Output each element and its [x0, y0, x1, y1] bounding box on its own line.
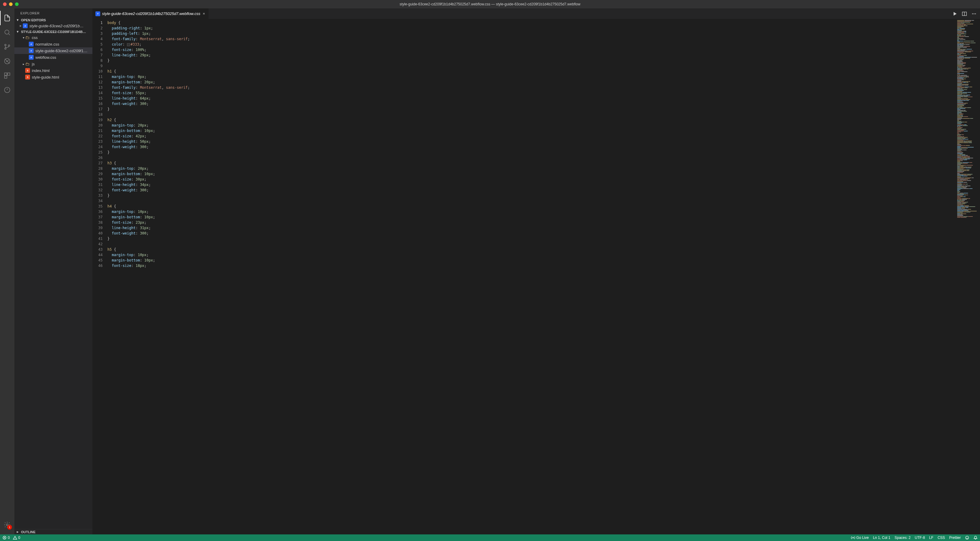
tree-file-webflow[interactable]: # webflow.css	[14, 54, 92, 60]
settings-badge: 1	[7, 525, 12, 530]
tab-bar: # style-guide-63cee2-cd209f1b1d4b275025d…	[92, 8, 980, 19]
error-icon	[2, 536, 6, 540]
status-prettier[interactable]: Prettier	[949, 536, 961, 540]
status-go-live[interactable]: Go Live	[851, 536, 869, 540]
more-icon[interactable]	[972, 11, 977, 16]
tab-label: style-guide-63cee2-cd209f1b1d4b275025d7.…	[102, 11, 200, 16]
open-editor-item[interactable]: × # style-guide-63cee2-cd209f1b…	[14, 22, 92, 29]
status-feedback[interactable]	[965, 536, 969, 540]
minimap[interactable]	[956, 19, 980, 535]
status-warnings[interactable]: 0	[13, 536, 21, 540]
sidebar-title: EXPLORER	[14, 8, 92, 17]
tree-file-normalize[interactable]: # normalize.css	[14, 41, 92, 48]
warning-icon	[13, 536, 17, 540]
line-gutter: 1234567891011121314151617181920212223242…	[92, 19, 107, 535]
go-live-label: Go Live	[856, 536, 869, 540]
extensions-icon	[3, 72, 11, 79]
file-label: webflow.css	[35, 55, 56, 60]
html-file-icon: 5	[25, 68, 30, 73]
chevron-down-icon: ▾	[22, 36, 25, 39]
power-icon	[3, 86, 11, 94]
css-file-icon: #	[95, 11, 100, 16]
svg-point-0	[5, 30, 9, 34]
activity-settings[interactable]: 1	[0, 517, 14, 532]
branch-icon	[3, 43, 11, 51]
close-icon[interactable]: ×	[202, 11, 205, 16]
tree-file-index[interactable]: 5 index.html	[14, 67, 92, 74]
files-icon	[3, 14, 11, 22]
svg-point-13	[975, 13, 976, 14]
status-notifications[interactable]	[974, 536, 978, 540]
file-label: normalize.css	[35, 42, 59, 46]
svg-point-2	[5, 48, 6, 49]
open-editors-header[interactable]: ▾ OPEN EDITORS	[14, 17, 92, 22]
status-ln-col[interactable]: Ln 1, Col 1	[873, 536, 890, 540]
window-title: style-guide-63cee2-cd209f1b1d4b275025d7.…	[400, 2, 580, 6]
status-language[interactable]: CSS	[938, 536, 945, 540]
activity-debug[interactable]	[0, 54, 14, 68]
open-editor-label: style-guide-63cee2-cd209f1b…	[29, 24, 84, 28]
outline-header[interactable]: ▸ OUTLINE	[14, 529, 92, 535]
code-content[interactable]: body { padding-right: 1px; padding-left:…	[107, 19, 956, 535]
svg-point-3	[8, 45, 10, 46]
tree-file-styleguide-html[interactable]: 5 style-guide.html	[14, 74, 92, 80]
editor-tab[interactable]: # style-guide-63cee2-cd209f1b1d4b275025d…	[92, 8, 209, 19]
chevron-down-icon: ▾	[17, 18, 20, 22]
split-editor-icon[interactable]	[962, 11, 967, 16]
warning-count: 0	[18, 536, 21, 540]
window-minimize-button[interactable]	[9, 2, 13, 6]
activity-live[interactable]	[0, 83, 14, 97]
workspace-label: STYLE-GUIDE-63CEE2-CD209F1B1D4B…	[21, 30, 86, 33]
svg-rect-5	[5, 73, 7, 75]
activity-extensions[interactable]	[0, 68, 14, 83]
folder-icon: 🗀	[25, 62, 30, 66]
sidebar: EXPLORER ▾ OPEN EDITORS × # style-guide-…	[14, 8, 92, 535]
bell-icon	[974, 536, 978, 540]
file-label: style-guide-63cee2-cd209f1…	[35, 49, 88, 53]
chevron-right-icon: ▸	[17, 530, 20, 534]
error-count: 0	[8, 536, 10, 540]
chevron-down-icon: ▾	[17, 30, 20, 33]
activity-search[interactable]	[0, 25, 14, 40]
svg-point-12	[974, 13, 975, 14]
status-encoding[interactable]: UTF-8	[915, 536, 925, 540]
tree-folder-js[interactable]: ▸ 🗀 js	[14, 60, 92, 67]
status-errors[interactable]: 0	[2, 536, 10, 540]
svg-rect-6	[8, 73, 10, 75]
svg-point-16	[966, 536, 969, 539]
window-maximize-button[interactable]	[15, 2, 19, 6]
activity-bar: 1	[0, 8, 14, 535]
open-editors-label: OPEN EDITORS	[21, 18, 46, 22]
svg-point-1	[5, 44, 6, 46]
folder-label: css	[32, 35, 38, 40]
smiley-icon	[965, 536, 969, 540]
window-close-button[interactable]	[3, 2, 6, 6]
activity-explorer[interactable]	[0, 11, 14, 25]
broadcast-icon	[851, 536, 855, 540]
css-file-icon: #	[29, 42, 33, 46]
search-icon	[3, 29, 11, 36]
editor: # style-guide-63cee2-cd209f1b1d4b275025d…	[92, 8, 980, 535]
folder-label: js	[32, 62, 35, 66]
outline-label: OUTLINE	[21, 530, 35, 534]
workspace-header[interactable]: ▾ STYLE-GUIDE-63CEE2-CD209F1B1D4B…	[14, 29, 92, 34]
file-label: index.html	[32, 68, 49, 73]
file-label: style-guide.html	[32, 75, 59, 79]
html-file-icon: 5	[25, 75, 30, 79]
folder-icon: 🗀	[25, 35, 30, 40]
activity-source-control[interactable]	[0, 40, 14, 54]
chevron-right-icon: ▸	[22, 62, 25, 66]
run-icon[interactable]	[952, 11, 957, 16]
titlebar: style-guide-63cee2-cd209f1b1d4b275025d7.…	[0, 0, 980, 8]
close-icon[interactable]: ×	[18, 24, 23, 28]
editor-body[interactable]: 1234567891011121314151617181920212223242…	[92, 19, 980, 535]
status-spaces[interactable]: Spaces: 2	[894, 536, 910, 540]
status-eol[interactable]: LF	[929, 536, 934, 540]
statusbar: 0 0 Go Live Ln 1, Col 1 Spaces: 2 UTF-8 …	[0, 535, 980, 541]
svg-point-11	[972, 13, 973, 14]
css-file-icon: #	[29, 55, 33, 60]
bug-icon	[3, 57, 11, 65]
svg-point-15	[853, 537, 854, 538]
tree-file-styleguide[interactable]: # style-guide-63cee2-cd209f1…	[14, 48, 92, 54]
tree-folder-css[interactable]: ▾ 🗀 css	[14, 34, 92, 41]
